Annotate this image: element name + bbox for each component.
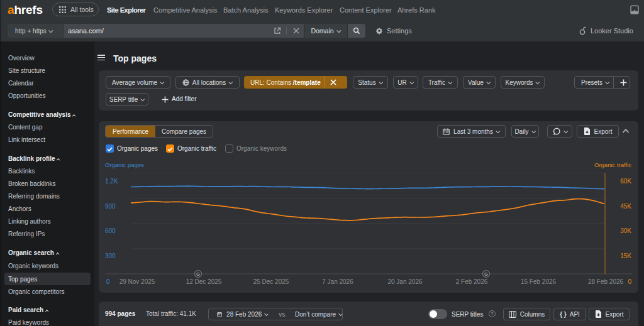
svg-text:15K: 15K <box>620 253 631 259</box>
svg-text:2 Feb 2026: 2 Feb 2026 <box>456 278 488 285</box>
svg-text:7 Jan 2026: 7 Jan 2026 <box>322 278 353 285</box>
svg-text:Organic traffic: Organic traffic <box>594 161 631 168</box>
svg-text:15 Feb 2026: 15 Feb 2026 <box>521 278 557 285</box>
svg-text:600: 600 <box>105 227 116 234</box>
svg-text:0: 0 <box>106 278 110 285</box>
svg-text:900: 900 <box>105 203 116 210</box>
svg-text:25 Dec 2025: 25 Dec 2025 <box>253 278 289 285</box>
svg-text:G: G <box>484 271 488 277</box>
svg-text:30K: 30K <box>620 227 631 234</box>
svg-text:45K: 45K <box>620 203 631 210</box>
svg-text:60K: 60K <box>620 178 631 185</box>
svg-text:0: 0 <box>628 278 631 285</box>
svg-text:20 Jan 2026: 20 Jan 2026 <box>387 278 422 285</box>
svg-text:29 Nov 2025: 29 Nov 2025 <box>119 278 155 285</box>
svg-text:300: 300 <box>105 253 116 259</box>
svg-text:G: G <box>196 271 200 277</box>
svg-text:1.2K: 1.2K <box>105 178 118 185</box>
svg-text:28 Feb 2026: 28 Feb 2026 <box>588 278 624 285</box>
svg-text:12 Dec 2025: 12 Dec 2025 <box>186 278 222 285</box>
svg-text:Organic pages: Organic pages <box>105 161 144 168</box>
